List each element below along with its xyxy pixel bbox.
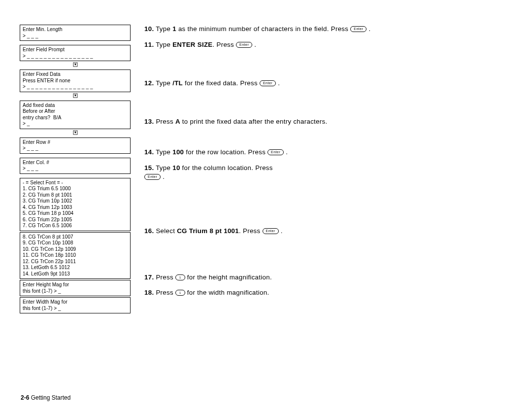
- step-15: 15. Type 10 for the column location. Pre…: [144, 164, 512, 181]
- arrow-icon: [20, 93, 131, 99]
- panel-fonts-2: 8. CG TrCon 8 pt 1007 9. CG TrCon 10p 10…: [20, 232, 131, 279]
- step-11: 11. Type ENTER SIZE. Press Enter .: [144, 40, 512, 49]
- enter-key-icon: Enter: [260, 80, 276, 86]
- step-number: 12.: [144, 79, 154, 87]
- svg-marker-5: [74, 132, 76, 134]
- step-number: 10.: [144, 25, 154, 33]
- enter-key-icon: Enter: [267, 149, 284, 155]
- enter-key-icon: Enter: [350, 26, 366, 32]
- step-bold: A: [175, 118, 180, 125]
- step-bold: /TL: [172, 79, 183, 87]
- step-text: Type: [156, 79, 172, 87]
- period: .: [366, 25, 370, 33]
- svg-marker-1: [74, 64, 76, 66]
- step-14: 14. Type 100 for the row location. Press…: [144, 148, 512, 157]
- step-text: Select: [156, 227, 177, 235]
- step-17: 17. Press 1 for the height magnification…: [144, 273, 512, 282]
- one-key-icon: 1: [175, 274, 185, 280]
- step-text: to print the fixed data after the entry …: [180, 118, 328, 125]
- step-text: . Press: [239, 227, 262, 235]
- step-bold: ENTER SIZE: [172, 41, 212, 48]
- enter-key-icon: Enter: [263, 228, 279, 234]
- one-key-icon: 1: [175, 290, 185, 296]
- svg-marker-3: [74, 95, 76, 97]
- step-18: 18. Press 1 for the width magnification.: [144, 288, 512, 297]
- step-text: Press: [156, 289, 175, 296]
- panel-add-fixed: Add fixed data Before or After entry cha…: [20, 101, 131, 129]
- step-text: Press: [156, 118, 175, 125]
- step-number: 16.: [144, 227, 154, 235]
- step-number: 11.: [144, 41, 154, 48]
- step-12: 12. Type /TL for the fixed data. Press E…: [144, 79, 512, 88]
- panel-col: Enter Col. # > _ _ _: [20, 158, 131, 174]
- right-column: 10. Type 1 as the minimum number of char…: [144, 25, 512, 384]
- period: .: [252, 41, 256, 48]
- arrow-icon: [20, 130, 131, 136]
- step-text: for the fixed data. Press: [183, 79, 260, 87]
- step-text: Type: [156, 148, 172, 156]
- step-text: for the row location. Press: [184, 148, 267, 156]
- period: .: [161, 173, 165, 180]
- panel-min-length: Enter Min. Length > _ _ _: [20, 25, 131, 41]
- step-number: 15.: [144, 164, 154, 171]
- step-16: 16. Select CG Trium 8 pt 1001. Press Ent…: [144, 227, 512, 236]
- period: .: [279, 227, 283, 235]
- step-number: 14.: [144, 148, 154, 156]
- step-bold: 10: [172, 164, 180, 171]
- arrow-icon: [20, 62, 131, 68]
- enter-key-icon: Enter: [236, 42, 252, 48]
- panel-fixed-data: Enter Fixed Data Press ENTER if none > _…: [20, 69, 131, 92]
- page-number: 2-6: [21, 394, 29, 401]
- step-text: for the width magnification.: [185, 289, 269, 296]
- panel-width-mag: Enter Width Mag for this font (1-7) > _: [20, 297, 131, 313]
- period: .: [276, 79, 280, 87]
- step-bold: 100: [172, 148, 184, 156]
- step-bold: 1: [172, 25, 176, 33]
- panel-fonts-1: - = Select Font = - 1. CG Trium 6.5 1000…: [20, 178, 131, 231]
- footer-title: Getting Started: [29, 394, 70, 401]
- panel-row: Enter Row # > _ _ _: [20, 137, 131, 154]
- step-text: Type: [156, 41, 172, 48]
- step-text: Type: [156, 25, 172, 33]
- panel-field-prompt: Enter Field Prompt > _ _ _ _ _ _ _ _ _ _…: [20, 45, 131, 61]
- panel-height-mag: Enter Height Mag for this font (1-7) > _: [20, 280, 131, 296]
- enter-key-icon: Enter: [144, 174, 161, 180]
- page-footer: 2-6 Getting Started: [21, 394, 70, 401]
- period: .: [284, 148, 288, 156]
- step-number: 18.: [144, 289, 154, 296]
- step-text: Type: [156, 164, 172, 171]
- step-number: 13.: [144, 118, 154, 125]
- left-column: Enter Min. Length > _ _ _ Enter Field Pr…: [20, 25, 131, 384]
- step-10: 10. Type 1 as the minimum number of char…: [144, 25, 512, 34]
- step-number: 17.: [144, 274, 154, 281]
- step-text: for the column location. Press: [180, 164, 273, 171]
- step-text: . Press: [213, 41, 236, 48]
- step-text: as the minimum number of characters in t…: [176, 25, 350, 33]
- step-text: Press: [156, 274, 175, 281]
- step-13: 13. Press A to print the fixed data afte…: [144, 117, 512, 126]
- step-text: for the height magnification.: [185, 274, 272, 281]
- step-bold: CG Trium 8 pt 1001: [177, 227, 239, 235]
